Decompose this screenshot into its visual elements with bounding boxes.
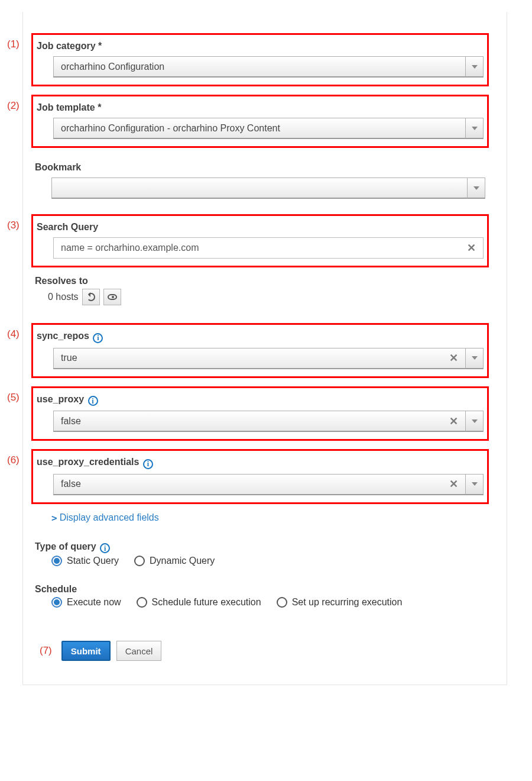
chevron-down-icon <box>472 419 478 423</box>
eye-icon <box>108 294 117 300</box>
use-proxy-dropdown-toggle[interactable] <box>466 411 484 432</box>
search-query-input[interactable]: name = orcharhino.example.com ✕ <box>53 237 484 259</box>
preview-button[interactable] <box>103 289 121 305</box>
use-proxy-value: false <box>61 416 81 427</box>
job-template-dropdown-toggle[interactable] <box>466 118 484 139</box>
radio-schedule-future[interactable]: Schedule future execution <box>137 597 261 608</box>
refresh-button[interactable] <box>82 289 100 305</box>
radio-selected-icon <box>51 556 62 566</box>
sync-repos-select[interactable]: true ✕ <box>53 348 466 369</box>
resolves-row: Resolves to 0 hosts <box>31 276 489 312</box>
annotation-5: (5) <box>7 392 20 404</box>
job-category-label: Job category * <box>37 41 484 51</box>
job-template-label: Job template * <box>37 102 484 113</box>
job-category-row: (1) Job category * orcharhino Configurat… <box>31 33 489 86</box>
job-form-panel: (1) Job category * orcharhino Configurat… <box>22 12 507 685</box>
advanced-row: > Display advanced fields <box>31 512 489 531</box>
chevron-down-icon <box>472 65 478 69</box>
job-category-select[interactable]: orcharhino Configuration <box>53 56 466 78</box>
resolves-label: Resolves to <box>35 276 485 286</box>
bookmark-select[interactable] <box>51 178 468 199</box>
sync-repos-dropdown-toggle[interactable] <box>466 348 484 369</box>
job-category-dropdown-toggle[interactable] <box>466 56 484 78</box>
use-proxy-credentials-row: (6) use_proxy_credentials i false ✕ <box>31 449 489 504</box>
bookmark-row: Bookmark <box>31 156 489 206</box>
search-query-row: (3) Search Query name = orcharhino.examp… <box>31 214 489 267</box>
resolves-text: 0 hosts <box>48 292 79 302</box>
info-icon[interactable]: i <box>93 333 103 343</box>
type-of-query-row: Type of query i Static Query Dynamic Que… <box>31 541 489 574</box>
radio-selected-icon <box>51 597 62 608</box>
info-icon[interactable]: i <box>100 543 110 553</box>
job-template-value: orcharhino Configuration - orcharhino Pr… <box>61 123 280 134</box>
close-icon[interactable]: ✕ <box>449 477 458 490</box>
annotation-7: (7) <box>40 645 52 657</box>
radio-dynamic-query[interactable]: Dynamic Query <box>134 556 215 566</box>
advanced-label: Display advanced fields <box>60 512 159 523</box>
job-template-select[interactable]: orcharhino Configuration - orcharhino Pr… <box>53 118 466 139</box>
bookmark-label: Bookmark <box>35 162 485 173</box>
use-proxy-credentials-value: false <box>61 479 81 489</box>
use-proxy-label: use_proxy i <box>37 394 484 406</box>
search-query-label: Search Query <box>37 222 484 233</box>
sync-repos-row: (4) sync_repos i true ✕ <box>31 323 489 378</box>
display-advanced-link[interactable]: > Display advanced fields <box>51 512 159 524</box>
annotation-6: (6) <box>7 454 20 466</box>
refresh-icon <box>87 293 95 301</box>
info-icon[interactable]: i <box>88 396 98 406</box>
bookmark-dropdown-toggle[interactable] <box>468 178 485 199</box>
annotation-3: (3) <box>7 220 20 231</box>
radio-unselected-icon <box>134 556 145 566</box>
use-proxy-select[interactable]: false ✕ <box>53 411 466 432</box>
use-proxy-credentials-dropdown-toggle[interactable] <box>466 474 484 495</box>
chevron-down-icon <box>473 186 479 190</box>
annotation-1: (1) <box>7 38 20 50</box>
radio-static-query[interactable]: Static Query <box>51 556 119 566</box>
chevron-down-icon <box>472 356 478 360</box>
radio-execute-now[interactable]: Execute now <box>51 597 121 608</box>
use-proxy-row: (5) use_proxy i false ✕ <box>31 386 489 441</box>
close-icon[interactable]: ✕ <box>449 351 458 364</box>
radio-unselected-icon <box>277 597 287 608</box>
close-icon[interactable]: ✕ <box>467 241 476 254</box>
chevron-down-icon <box>472 482 478 486</box>
chevron-right-icon: > <box>51 512 57 524</box>
job-category-value: orcharhino Configuration <box>61 62 164 72</box>
radio-unselected-icon <box>137 597 147 608</box>
sync-repos-value: true <box>61 353 77 363</box>
button-row: (7) Submit Cancel <box>40 641 489 661</box>
chevron-down-icon <box>472 127 478 130</box>
annotation-2: (2) <box>7 100 20 112</box>
schedule-row: Schedule Execute now Schedule future exe… <box>31 584 489 615</box>
submit-button[interactable]: Submit <box>61 641 111 661</box>
info-icon[interactable]: i <box>143 459 153 469</box>
close-icon[interactable]: ✕ <box>449 415 458 428</box>
use-proxy-credentials-select[interactable]: false ✕ <box>53 474 466 495</box>
search-query-value: name = orcharhino.example.com <box>61 243 199 253</box>
schedule-label: Schedule <box>35 584 485 595</box>
annotation-4: (4) <box>7 328 20 340</box>
sync-repos-label: sync_repos i <box>37 331 484 343</box>
cancel-button[interactable]: Cancel <box>116 641 162 661</box>
job-template-row: (2) Job template * orcharhino Configurat… <box>31 95 489 148</box>
radio-recurring[interactable]: Set up recurring execution <box>277 597 403 608</box>
use-proxy-credentials-label: use_proxy_credentials i <box>37 457 484 469</box>
type-of-query-label: Type of query i <box>35 541 485 554</box>
